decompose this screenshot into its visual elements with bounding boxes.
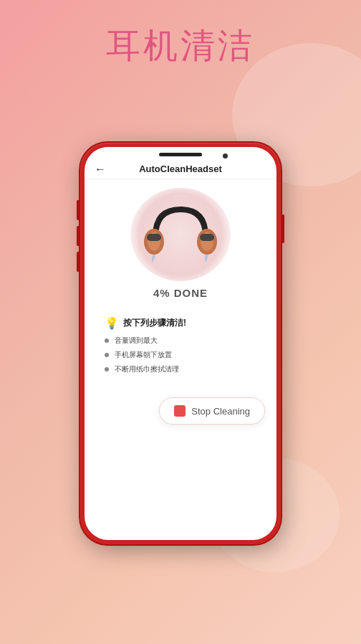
- tips-icon: 💡: [105, 316, 119, 330]
- notch-bar: [159, 153, 202, 156]
- page-title: 耳机清洁: [0, 23, 361, 69]
- tips-section: 💡 按下列步骤清洁! 音量调到最大 手机屏幕朝下放置 不断用纸巾擦拭清理: [96, 309, 265, 386]
- svg-rect-6: [147, 234, 161, 241]
- tip-text-3: 不断用纸巾擦拭清理: [115, 364, 179, 374]
- tip-text-1: 音量调到最大: [115, 336, 158, 346]
- tip-dot-3: [105, 367, 109, 371]
- svg-rect-7: [200, 234, 214, 241]
- tips-header: 💡 按下列步骤清洁!: [105, 316, 256, 330]
- headphone-icon: [141, 195, 220, 274]
- tips-title: 按下列步骤清洁!: [123, 317, 186, 329]
- phone-shell: ← AutoCleanHeadset: [80, 143, 281, 544]
- header-title: AutoCleanHeadset: [139, 164, 222, 174]
- headphone-image-area: [130, 188, 231, 281]
- list-item: 不断用纸巾擦拭清理: [105, 364, 256, 374]
- stop-cleaning-button[interactable]: Stop Cleaning: [159, 397, 265, 425]
- phone-notch: [85, 147, 276, 159]
- tip-dot-1: [105, 338, 109, 343]
- stop-button-container: Stop Cleaning: [96, 397, 265, 425]
- phone-screen: ← AutoCleanHeadset: [85, 147, 276, 540]
- tip-text-2: 手机屏幕朝下放置: [115, 350, 172, 360]
- progress-text: 4% DONE: [153, 287, 208, 299]
- main-content: 4% DONE 💡 按下列步骤清洁! 音量调到最大 手机屏幕朝下放置 不断: [85, 179, 276, 540]
- back-button[interactable]: ←: [95, 163, 106, 176]
- tip-dot-2: [105, 353, 109, 357]
- stop-icon: [174, 405, 186, 417]
- app-header: ← AutoCleanHeadset: [85, 159, 276, 179]
- list-item: 手机屏幕朝下放置: [105, 350, 256, 360]
- list-item: 音量调到最大: [105, 336, 256, 346]
- stop-button-label: Stop Cleaning: [191, 406, 250, 417]
- notch-camera: [223, 153, 228, 158]
